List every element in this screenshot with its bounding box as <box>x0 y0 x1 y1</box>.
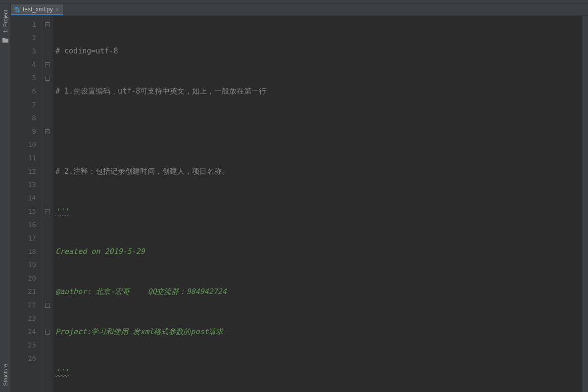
line-number-gutter[interactable]: 1 2 3 4 5 6 7 8 9 10 11 12 13 14 15 16 1… <box>11 16 43 392</box>
fold-icon[interactable]: − <box>45 76 50 81</box>
line-number: 26 <box>11 352 36 365</box>
main-container: 1: Project Structure test_xml.py × <box>0 4 588 392</box>
line-number: 3 <box>11 45 36 58</box>
line-number: 19 <box>11 258 36 272</box>
editor-area: test_xml.py × 1 2 3 4 5 6 7 8 9 10 11 12… <box>11 4 588 392</box>
line-number: 7 <box>11 98 36 111</box>
line-number: 8 <box>11 111 36 125</box>
line-number: 17 <box>11 232 36 245</box>
folder-icon <box>2 37 9 44</box>
line-number: 23 <box>11 312 36 325</box>
line-number: 25 <box>11 339 36 352</box>
code-comment: # 2.注释：包括记录创建时间，创建人，项目名称。 <box>55 167 229 176</box>
svg-point-0 <box>16 7 17 8</box>
line-number: 12 <box>11 165 36 178</box>
line-number: 16 <box>11 218 36 232</box>
left-tool-rail: 1: Project Structure <box>0 4 11 392</box>
line-number: 13 <box>11 178 36 192</box>
fold-icon[interactable]: − <box>45 62 50 67</box>
svg-point-1 <box>18 11 19 12</box>
line-number: 24 <box>11 325 36 339</box>
docstring-text: Created on 2019-5-29 <box>55 247 145 256</box>
docstring-quotes: ''' <box>55 207 69 216</box>
line-number: 1 <box>11 18 36 31</box>
line-number: 18 <box>11 245 36 258</box>
fold-icon[interactable]: − <box>45 303 50 308</box>
structure-tool-button[interactable]: Structure <box>2 362 8 388</box>
code-comment: # 1.先设置编码，utf-8可支持中英文，如上，一般放在第一行 <box>55 87 266 96</box>
top-bar <box>0 0 588 4</box>
close-tab-icon[interactable]: × <box>55 6 60 12</box>
line-number: 21 <box>11 285 36 298</box>
fold-icon[interactable]: − <box>45 209 50 214</box>
tab-bar: test_xml.py × <box>11 4 588 16</box>
docstring-text: Project:学习和使用 发xml格式参数的post请求 <box>55 327 224 336</box>
fold-icon[interactable]: − <box>45 22 50 27</box>
fold-icon[interactable]: − <box>45 330 50 335</box>
line-number: 5 <box>11 71 36 85</box>
line-number: 20 <box>11 272 36 285</box>
fold-column[interactable]: − − − − − − <box>43 16 52 392</box>
python-file-icon <box>14 6 21 13</box>
code-area: 1 2 3 4 5 6 7 8 9 10 11 12 13 14 15 16 1… <box>11 16 588 392</box>
file-tab[interactable]: test_xml.py × <box>11 4 63 15</box>
line-number: 22 <box>11 298 36 312</box>
editor-scrollbar[interactable] <box>582 16 588 392</box>
line-number: 6 <box>11 85 36 98</box>
fold-icon[interactable]: − <box>45 129 50 134</box>
line-number: 10 <box>11 138 36 151</box>
line-number: 11 <box>11 151 36 165</box>
line-number: 14 <box>11 192 36 205</box>
line-number: 15 <box>11 205 36 218</box>
line-number: 4 <box>11 58 36 71</box>
line-number: 9 <box>11 125 36 138</box>
code-editor[interactable]: # coding=utf-8 # 1.先设置编码，utf-8可支持中英文，如上，… <box>52 16 582 392</box>
line-number: 2 <box>11 31 36 45</box>
tab-filename: test_xml.py <box>23 6 53 13</box>
docstring-quotes: ''' <box>55 367 69 376</box>
code-comment: # coding=utf-8 <box>55 47 118 55</box>
project-tool-button[interactable]: 1: Project <box>2 8 8 35</box>
docstring-text: @author: 北京-宏哥 QQ交流群：984942724 <box>55 287 227 296</box>
